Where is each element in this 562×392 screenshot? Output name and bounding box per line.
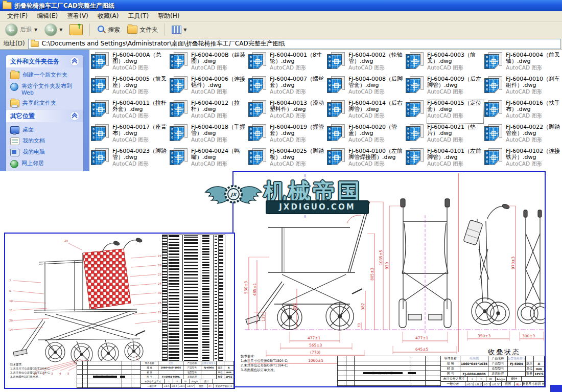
file-item[interactable]: D W G FJ-6004-0022（脚踏管座）.dwg AutoCAD 图形: [484, 123, 562, 147]
sidebar-item-publish-web[interactable]: 将这个文件夹发布到 Web: [10, 83, 80, 96]
file-item[interactable]: D W G FJ-6004-0015（定位套）.dwg AutoCAD 图形: [406, 99, 484, 123]
window-title: 折叠轮椅推车工厂CAD完整生产图纸: [14, 2, 114, 10]
svg-text:565±3: 565±3: [309, 343, 322, 348]
menu-favorites[interactable]: 收藏(A): [93, 11, 123, 21]
collapse-chevron-icon[interactable]: [70, 111, 79, 121]
svg-text:23: 23: [158, 273, 161, 276]
file-item[interactable]: D W G FJ-6004-0014（后右脚管）.dwg AutoCAD 图形: [327, 99, 406, 123]
file-item[interactable]: D W G FJ-6004-0011（拉杆外套）.dwg AutoCAD 图形: [91, 99, 170, 123]
file-item[interactable]: D W G FJ-6004-0013（滑动塑料件）.dwg AutoCAD 图形: [248, 99, 327, 123]
file-item[interactable]: D W G FJ-6004-0019（握管套）.dwg AutoCAD 图形: [248, 123, 327, 147]
sidebar-item-share-folder[interactable]: 共享此文件夹: [10, 100, 80, 107]
dwg-file-icon: D W G: [248, 52, 267, 69]
sidebar-item-label: 我的文档: [22, 137, 45, 144]
views-button[interactable]: ▼: [170, 25, 189, 35]
file-item[interactable]: D W G FJ-6004-0005（前叉座）.dwg AutoCAD 图形: [91, 75, 170, 99]
file-name: FJ-6004-0016（扶手布）.dwg: [506, 100, 562, 112]
panel-file-tasks-header[interactable]: 文件和文件夹任务: [6, 55, 83, 67]
search-button[interactable]: 搜索: [95, 24, 122, 35]
menu-help[interactable]: 帮助(H): [154, 11, 183, 21]
file-type: AutoCAD 图形: [191, 64, 247, 71]
menu-view[interactable]: 查看(V): [63, 11, 92, 21]
dwg-file-icon: D W G: [91, 76, 110, 93]
dwg-letters: D W G: [249, 127, 253, 141]
dwg-letters: D W G: [249, 55, 253, 68]
file-item[interactable]: D W G FJ-6004-0001（8寸轮）.dwg AutoCAD 图形: [248, 51, 327, 75]
adjacent-sheet-corner: [550, 385, 562, 392]
file-name: FJ-6004-0004（前叉轴）.dwg: [506, 52, 562, 64]
sidebar-item-new-folder[interactable]: 创建一个新文件夹: [10, 72, 80, 79]
file-item[interactable]: D W G FJ-6004-000A（总图）.dwg AutoCAD 图形: [91, 51, 170, 75]
assembly-drawing-sheet[interactable]: 27 28 23 24 30 25 21 22 7 5 10 11 20 14 …: [4, 233, 235, 389]
title-block-main: 零件名称 组装图 产品名称 折叠轮椅推车 规 格 1060*645*1035 产…: [441, 356, 544, 386]
file-name: FJ-6004-0006（连接铝件）.dwg: [191, 76, 247, 88]
file-list: D W G FJ-6004-000A（总图）.dwg AutoCAD 图形 D …: [91, 51, 562, 171]
up-button[interactable]: [67, 23, 85, 36]
sidebar-item-network-places[interactable]: 网上邻居: [10, 160, 80, 168]
file-item[interactable]: D W G FJ-6004-0003（前叉）.dwg AutoCAD 图形: [406, 51, 484, 75]
file-name: FJ-6004-000A（总图）.dwg: [112, 52, 169, 64]
svg-text:1060±5: 1060±5: [308, 358, 323, 363]
file-type: AutoCAD 图形: [506, 136, 562, 143]
file-item[interactable]: D W G FJ-6004-0024（鸭嘴）.dwg AutoCAD 图形: [170, 147, 248, 171]
file-item[interactable]: D W G FJ-6004-0020（管盖）.dwg AutoCAD 图形: [327, 123, 406, 147]
dwg-file-icon: D W G: [406, 76, 425, 93]
task-pane: 文件和文件夹任务 创建一个新文件夹 将这个文件夹发布到 Web 共享此文件夹: [0, 50, 89, 171]
forward-button[interactable]: → ▼: [42, 22, 64, 37]
file-item[interactable]: D W G FJ-6004-0012（拉杆）.dwg AutoCAD 图形: [170, 99, 248, 123]
dwg-file-icon: D W G: [406, 52, 425, 69]
dwg-file-icon: D W G: [327, 100, 346, 117]
file-type: AutoCAD 图形: [506, 88, 562, 95]
file-item[interactable]: D W G FJ-6004-0002（轮轴管）.dwg AutoCAD 图形: [327, 51, 406, 75]
file-item[interactable]: D W G FJ-6004-0023（脚踏管）.dwg AutoCAD 图形: [91, 147, 170, 171]
svg-text:5: 5: [9, 289, 11, 292]
dwg-letters: D W G: [406, 79, 410, 93]
file-item[interactable]: D W G FJ-6004-0004（前叉轴）.dwg AutoCAD 图形: [484, 51, 562, 75]
sidebar-item-desktop[interactable]: 桌面: [10, 126, 80, 134]
file-type: AutoCAD 图形: [112, 160, 169, 167]
file-item[interactable]: D W G FJ-6004-0018（手握管）.dwg AutoCAD 图形: [170, 123, 248, 147]
file-type: AutoCAD 图形: [270, 136, 326, 143]
svg-text:21: 21: [158, 311, 161, 314]
folders-button[interactable]: 文件夹: [125, 25, 160, 35]
file-type: AutoCAD 图形: [270, 112, 326, 119]
address-input[interactable]: C:\Documents and Settings\Administrator\…: [28, 39, 561, 49]
projection-symbol: ⊕▷: [207, 384, 214, 388]
file-item[interactable]: D W G FJ-6004-0009（后左脚管）.dwg AutoCAD 图形: [406, 75, 484, 99]
dwg-file-icon: D W G: [484, 148, 503, 165]
menu-tools[interactable]: 工具(T): [124, 11, 153, 21]
file-item[interactable]: D W G FJ-6004-0006（连接铝件）.dwg AutoCAD 图形: [170, 75, 248, 99]
file-name: FJ-6004-0012（拉杆）.dwg: [191, 100, 247, 112]
dwg-file-icon: D W G: [484, 52, 503, 69]
file-item[interactable]: D W G FJ-6004-000B（组装图）.dwg AutoCAD 图形: [170, 51, 248, 75]
svg-text:4: 4: [59, 372, 61, 375]
menu-file[interactable]: 文件(F): [3, 11, 32, 21]
file-item[interactable]: D W G FJ-6004-0021（垫片）.dwg AutoCAD 图形: [406, 123, 484, 147]
file-type: AutoCAD 图形: [112, 136, 169, 143]
file-item[interactable]: D W G FJ-6004-0101（左前脚管）.dwg AutoCAD 图形: [406, 147, 484, 171]
file-name: FJ-6004-0017（座背布）.dwg: [112, 124, 169, 136]
file-item[interactable]: D W G FJ-6004-0010（刹车组件）.dwg AutoCAD 图形: [484, 75, 562, 99]
file-item[interactable]: D W G FJ-6004-0102（连接铁片）.dwg AutoCAD 图形: [484, 147, 562, 171]
file-item[interactable]: D W G FJ-6004-0025（脚踏板）.dwg AutoCAD 图形: [248, 147, 327, 171]
file-name: FJ-6004-0015（定位套）.dwg: [427, 100, 483, 112]
forward-icon: →: [44, 24, 57, 36]
file-item[interactable]: D W G FJ-6004-0100（左前脚管焊接图）.dwg AutoCAD …: [327, 147, 406, 171]
collapse-chevron-icon[interactable]: [70, 57, 79, 66]
watermark-site: JXDIGUO.COM: [266, 200, 369, 214]
sidebar-item-my-documents[interactable]: 我的文档: [10, 137, 80, 145]
file-item[interactable]: D W G FJ-6004-0017（座背布）.dwg AutoCAD 图形: [91, 123, 170, 147]
menu-edit[interactable]: 编辑(E): [33, 11, 62, 21]
panel-other-places-header[interactable]: 其它位置: [6, 110, 83, 122]
title-block: 更 改 内 容 零件名称 总图 产品名称 折叠轮椅推车 规 格 1060*645…: [77, 361, 234, 388]
svg-text:28: 28: [158, 264, 161, 267]
svg-text:135: 135: [261, 314, 266, 321]
dwg-file-icon: D W G: [327, 124, 346, 141]
file-item[interactable]: D W G FJ-6004-0008（后脚管套）.dwg AutoCAD 图形: [327, 75, 406, 99]
sidebar-item-my-computer[interactable]: 我的电脑: [10, 149, 80, 156]
file-type: AutoCAD 图形: [348, 88, 405, 95]
file-type: AutoCAD 图形: [506, 112, 562, 119]
file-item[interactable]: D W G FJ-6004-0007（螺丝套）.dwg AutoCAD 图形: [248, 75, 327, 99]
back-button[interactable]: ← 后退 ▼: [3, 22, 39, 37]
file-item[interactable]: D W G FJ-6004-0016（扶手布）.dwg AutoCAD 图形: [484, 99, 562, 123]
